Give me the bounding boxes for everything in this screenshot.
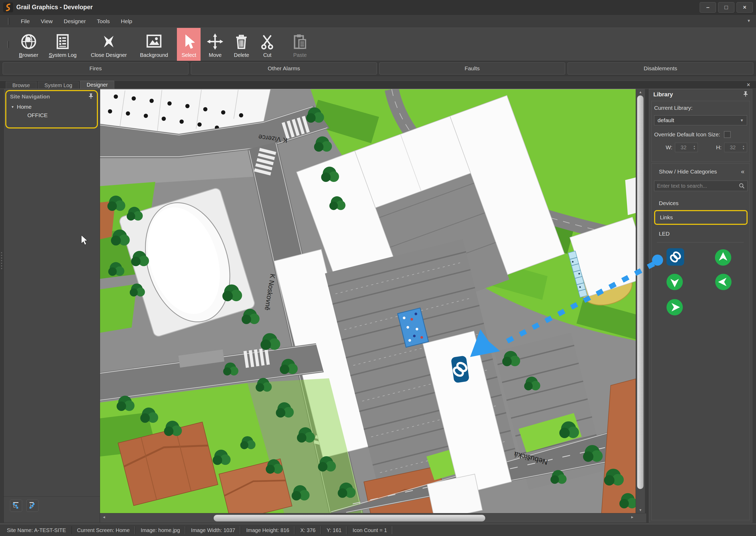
tree-node-office[interactable]: OFFICE (10, 112, 93, 118)
faults-button[interactable]: Faults (379, 62, 565, 75)
menu-file[interactable]: File (15, 17, 35, 26)
category-search[interactable] (654, 181, 747, 191)
status-image-width: Image Width: 1037 (185, 526, 241, 534)
tree-node-home[interactable]: ▾ Home (10, 104, 93, 110)
width-label: W: (666, 144, 672, 151)
select-tool-button[interactable]: Select (177, 28, 201, 61)
status-icon-count: Icon Count = 1 (347, 526, 392, 534)
library-divider (657, 242, 744, 243)
expand-tree-button[interactable] (10, 500, 22, 512)
other-alarms-button[interactable]: Other Alarms (191, 62, 377, 75)
title-bar: Grail Graphics - Developer – □ × (0, 0, 756, 15)
tab-close-icon[interactable]: × (747, 81, 750, 88)
category-links[interactable]: Links (654, 210, 747, 225)
collapse-chevrons-icon[interactable]: « (741, 168, 744, 175)
status-image: Image: home.jpg (135, 526, 185, 534)
height-spin-up-icon[interactable]: ▲ (742, 145, 745, 148)
category-search-input[interactable] (657, 183, 739, 189)
height-spinner[interactable]: 32 ▲▼ (724, 143, 747, 152)
maximize-button[interactable]: □ (718, 2, 735, 13)
tab-browse[interactable]: Browse (6, 82, 37, 89)
window-title: Grail Graphics - Developer (16, 4, 93, 11)
library-arrow-down-icon[interactable] (666, 274, 683, 291)
toolbar-grip-2[interactable] (7, 41, 9, 48)
cursor-icon (181, 32, 196, 51)
delete-button[interactable]: Delete (230, 28, 253, 61)
log-document-icon (55, 32, 71, 51)
content-area: Site Navigation ▾ Home OFFICE (0, 89, 756, 522)
library-panel: Library Current Library: default ▼ Overr… (649, 89, 752, 522)
width-value: 32 (675, 145, 692, 151)
site-navigation-panel: Site Navigation ▾ Home OFFICE (4, 89, 100, 522)
move-label: Move (209, 52, 222, 58)
splitter-grip-icon (1, 252, 2, 271)
scroll-up-icon[interactable]: ▲ (636, 90, 645, 94)
height-label: H: (716, 144, 722, 151)
fires-button[interactable]: Fires (3, 62, 188, 75)
tree-expander-icon[interactable]: ▾ (10, 105, 17, 109)
category-led[interactable]: LED (654, 228, 747, 240)
menu-help[interactable]: Help (115, 17, 138, 26)
background-button[interactable]: Background (136, 28, 172, 61)
library-arrow-up-icon[interactable] (715, 249, 732, 267)
menu-view[interactable]: View (35, 17, 58, 26)
close-x-icon (101, 32, 117, 51)
paste-button[interactable]: Paste (288, 28, 312, 61)
disablements-button[interactable]: Disablements (568, 62, 753, 75)
width-spin-up-icon[interactable]: ▲ (693, 145, 696, 148)
width-spinner[interactable]: 32 ▲▼ (675, 143, 698, 152)
globe-icon (20, 32, 37, 51)
close-designer-label: Close Designer (91, 52, 127, 58)
library-arrow-right-icon[interactable] (666, 299, 683, 317)
menu-overflow-icon[interactable]: ▼ (747, 18, 751, 23)
select-label: Select (181, 52, 196, 58)
library-link-icon[interactable] (667, 248, 684, 266)
override-icon-size-checkbox[interactable] (724, 131, 731, 138)
site-navigation-box: Site Navigation ▾ Home OFFICE (5, 90, 98, 128)
library-pin-icon[interactable] (743, 91, 748, 98)
menu-bar: File View Designer Tools Help ▼ (0, 15, 756, 28)
main-toolbar: Browser System Log Close Designer Backgr… (0, 28, 756, 61)
paste-label: Paste (293, 52, 307, 58)
library-arrow-left-icon[interactable] (715, 274, 732, 291)
scroll-down-icon[interactable]: ▼ (636, 508, 645, 512)
move-tool-button[interactable]: Move (203, 28, 227, 61)
status-current-screen: Current Screen: Home (71, 526, 135, 534)
tab-designer[interactable]: Designer (80, 81, 114, 89)
pin-icon[interactable] (89, 93, 93, 100)
dropdown-arrow-icon: ▼ (740, 118, 744, 122)
horizontal-scroll-thumb[interactable] (214, 515, 485, 521)
browser-label: Browser (19, 52, 38, 58)
collapse-tree-button[interactable] (26, 500, 38, 512)
cut-button[interactable]: Cut (255, 28, 279, 61)
vertical-scrollbar[interactable]: ▲ ▼ (636, 89, 645, 513)
minimize-button[interactable]: – (700, 2, 716, 13)
design-canvas[interactable]: K Vizerce K Noskovně (100, 89, 636, 513)
horizontal-scrollbar[interactable]: ◄ ► (100, 513, 646, 522)
tab-bar: Browse System Log Designer × (0, 81, 756, 89)
status-bar: Site Name: A-TEST-SITE Current Screen: H… (0, 524, 756, 536)
vertical-scroll-thumb[interactable] (637, 95, 643, 489)
image-icon (146, 32, 162, 51)
trash-icon (234, 32, 249, 51)
close-designer-button[interactable]: Close Designer (86, 28, 131, 61)
close-button[interactable]: × (737, 2, 753, 13)
browser-button[interactable]: Browser (15, 28, 42, 61)
panel-gap (646, 89, 649, 522)
app-logo-icon (3, 2, 13, 12)
toolbar-grip[interactable] (8, 18, 10, 25)
library-title: Library (653, 91, 673, 98)
menu-designer[interactable]: Designer (58, 17, 91, 26)
system-log-button[interactable]: System Log (45, 28, 81, 61)
left-splitter[interactable] (0, 89, 4, 522)
height-spin-down-icon[interactable]: ▼ (742, 148, 745, 150)
category-devices[interactable]: Devices (654, 197, 747, 209)
menu-tools[interactable]: Tools (91, 17, 115, 26)
background-label: Background (140, 52, 168, 58)
scroll-left-icon[interactable]: ◄ (102, 515, 106, 519)
tab-system-log[interactable]: System Log (38, 82, 79, 89)
width-spin-down-icon[interactable]: ▼ (693, 148, 696, 150)
current-library-dropdown[interactable]: default ▼ (654, 115, 747, 125)
scroll-right-icon[interactable]: ► (630, 515, 634, 519)
scissors-icon (260, 32, 275, 51)
